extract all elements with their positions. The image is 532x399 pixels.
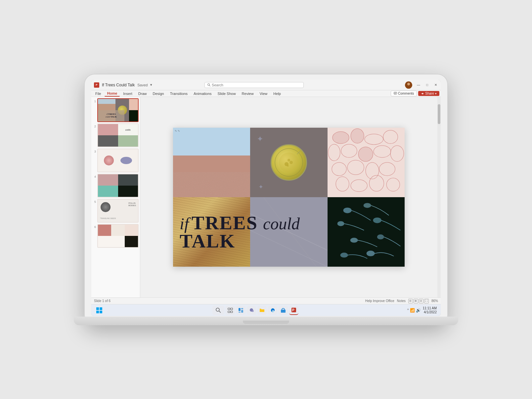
zoom-level: 86%: [431, 299, 438, 303]
slide-preview-4: [97, 174, 139, 198]
tab-draw[interactable]: Draw: [136, 91, 150, 96]
tab-file[interactable]: File: [93, 91, 104, 96]
fullscreen-button[interactable]: ⛶: [424, 299, 429, 303]
slide-preview-6: [97, 224, 139, 248]
svg-point-11: [289, 161, 293, 164]
tab-animations[interactable]: Animations: [191, 91, 214, 96]
svg-rect-52: [100, 311, 102, 313]
microscope-specimen: [271, 144, 307, 181]
slide-thumb-3[interactable]: 3: [93, 149, 139, 172]
tab-review[interactable]: Review: [239, 91, 256, 96]
slide-number-5: 5: [93, 199, 96, 203]
taskbar-search[interactable]: [212, 306, 224, 315]
comments-button[interactable]: Comments: [391, 91, 417, 96]
minimize-button[interactable]: —: [416, 83, 421, 87]
slide-thumb-2[interactable]: 2 cells: [93, 123, 139, 147]
taskbar-explorer[interactable]: [257, 306, 267, 315]
svg-point-53: [216, 308, 219, 311]
tab-design[interactable]: Design: [150, 91, 166, 96]
gray-texture-svg: [250, 197, 327, 267]
taskbar-time[interactable]: 11:11 AM 4/1/2022: [423, 306, 437, 314]
svg-rect-56: [231, 308, 233, 310]
svg-line-14: [297, 151, 300, 154]
tab-help[interactable]: Help: [271, 91, 284, 96]
svg-point-35: [358, 147, 373, 161]
ribbon-tabs: File Home Insert Draw Design Transitions…: [91, 90, 441, 97]
maximize-button[interactable]: □: [425, 83, 429, 87]
normal-view-button[interactable]: ⊟: [408, 299, 413, 303]
svg-rect-61: [241, 310, 243, 313]
cell-bottom-left: [173, 197, 250, 267]
svg-point-13: [287, 165, 289, 167]
svg-point-33: [332, 132, 349, 144]
slide-number-1: 1: [93, 98, 96, 103]
slide-preview-2: cells: [97, 123, 139, 147]
laptop-screen: P If Trees Could Talk Saved ▾ —: [91, 80, 441, 316]
cell-pink-texture: [173, 155, 250, 197]
cell-tissue-svg: [328, 128, 405, 197]
taskbar-powerpoint[interactable]: P: [289, 306, 298, 315]
document-title: If Trees Could Talk: [102, 83, 135, 87]
share-icon: [421, 92, 424, 95]
taskbar: P ^ 📶 🔊 11:11 AM 4/1/2022: [91, 304, 441, 316]
taskbar-taskview[interactable]: [226, 306, 235, 315]
laptop-notch: [243, 321, 289, 324]
slide-preview-3: [97, 149, 139, 172]
svg-rect-4: [394, 92, 397, 94]
cell-svg: [274, 148, 304, 177]
tab-home[interactable]: Home: [105, 91, 120, 97]
taskbar-widgets[interactable]: [236, 306, 245, 315]
scroll-thumb[interactable]: [438, 104, 440, 124]
taskbar-chat[interactable]: [247, 306, 256, 315]
tab-transitions[interactable]: Transitions: [167, 91, 190, 96]
powerpoint-logo: P: [94, 82, 99, 88]
grid-view-button[interactable]: ⊞: [414, 299, 418, 303]
tray-chevron[interactable]: ^: [407, 308, 409, 312]
svg-rect-57: [228, 311, 230, 313]
slide-thumb-1[interactable]: 1: [93, 98, 139, 122]
svg-point-42: [364, 203, 371, 208]
slide-number-3: 3: [93, 149, 96, 153]
slide-preview-5: POLLINBODIES *TRAVELING SEEDS: [97, 199, 139, 223]
titlebar: P If Trees Could Talk Saved ▾ —: [91, 80, 441, 90]
slide-thumb-4[interactable]: 4: [93, 174, 139, 198]
slide-thumb-6[interactable]: 6: [93, 224, 139, 248]
svg-line-1: [209, 85, 210, 86]
tab-slideshow[interactable]: Slide Show: [215, 91, 239, 96]
saved-status: Saved: [137, 83, 148, 87]
svg-point-3: [406, 86, 411, 89]
start-button[interactable]: [95, 306, 103, 314]
slide-number-6: 6: [93, 224, 96, 229]
window-controls: — □ ✕: [405, 81, 438, 89]
taskbar-edge[interactable]: [268, 306, 277, 315]
tray-sound: 🔊: [416, 308, 421, 313]
slide-canvas-area: ∿ ∿ ✦ ✦: [140, 97, 437, 297]
svg-point-45: [350, 238, 358, 243]
cell-top-left: ∿ ∿: [173, 128, 250, 197]
slide-thumb-5[interactable]: 5 POLLINBODIES *TRAVELING SEEDS: [93, 199, 139, 223]
laptop-base: [74, 317, 458, 325]
slide3-oval: [120, 157, 132, 164]
tab-view[interactable]: View: [257, 91, 270, 96]
scrollbar[interactable]: [437, 97, 441, 297]
taskbar-store[interactable]: [279, 306, 288, 315]
tab-insert[interactable]: Insert: [120, 91, 135, 96]
svg-point-47: [340, 253, 348, 257]
explorer-icon: [259, 307, 265, 313]
slide-canvas[interactable]: ∿ ∿ ✦ ✦: [173, 128, 405, 267]
tray-wifi: 📶: [410, 308, 415, 313]
svg-point-44: [373, 218, 381, 223]
notes-button[interactable]: Notes: [397, 299, 406, 303]
search-icon: [207, 83, 211, 87]
presenter-view-button[interactable]: ⊡: [419, 299, 423, 303]
close-button[interactable]: ✕: [433, 83, 438, 87]
saved-arrow[interactable]: ▾: [150, 83, 152, 87]
windows-logo: [96, 307, 103, 314]
taskbar-search-icon: [216, 308, 221, 313]
share-button[interactable]: Share ▾: [418, 91, 439, 96]
cell-bottom-middle: [250, 197, 327, 267]
comments-icon: [394, 92, 397, 95]
slide-info: Slide 1 of 6: [94, 299, 111, 303]
search-input[interactable]: [212, 83, 300, 87]
search-box[interactable]: [204, 82, 304, 88]
